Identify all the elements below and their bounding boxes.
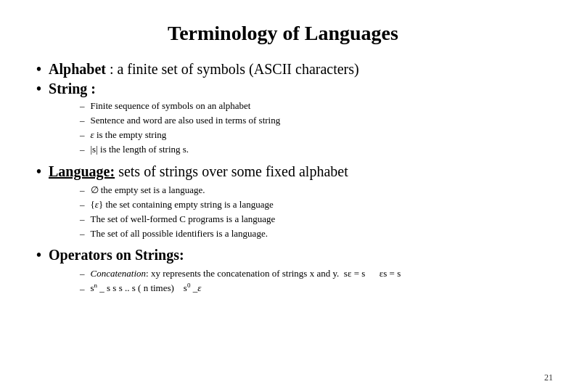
alphabet-text: Alphabet : a finite set of symbols (ASCI… xyxy=(49,61,359,78)
string-sub-1: Finite sequence of symbols on an alphabe… xyxy=(80,99,530,113)
page-number: 21 xyxy=(544,372,553,383)
lang-sub-1: ∅ the empty set is a language. xyxy=(80,183,530,197)
language-bullet: • Language: sets of strings over some fi… xyxy=(36,163,530,180)
slide-title: Terminology of Languages xyxy=(36,22,530,45)
string-sub-2: Sentence and word are also used in terms… xyxy=(80,113,530,128)
bullet-dot-4: • xyxy=(36,247,41,264)
alphabet-bullet: • Alphabet : a finite set of symbols (AS… xyxy=(36,61,530,78)
bullet-dot-1: • xyxy=(36,61,41,78)
string-sublist: Finite sequence of symbols on an alphabe… xyxy=(80,99,530,158)
lang-sub-4: The set of all possible identifiers is a… xyxy=(80,226,530,241)
bullet-dot-3: • xyxy=(36,163,41,180)
operators-sublist: Concatenation: xy represents the concate… xyxy=(80,266,530,296)
language-text: Language: sets of strings over some fixe… xyxy=(49,163,348,180)
lang-sub-2: {ε} the set containing empty string is a… xyxy=(80,197,530,212)
string-text: String : xyxy=(49,81,96,97)
language-sublist: ∅ the empty set is a language. {ε} the s… xyxy=(80,183,530,242)
operators-text: Operators on Strings: xyxy=(49,247,184,264)
operators-bullet: • Operators on Strings: xyxy=(36,247,530,264)
op-sub-1: Concatenation: xy represents the concate… xyxy=(80,266,530,281)
slide: Terminology of Languages • Alphabet : a … xyxy=(0,0,566,392)
op-sub-2: sn _ s s s .. s ( n times) s0 _ε xyxy=(80,281,530,295)
string-sub-4: |s| is the length of string s. xyxy=(80,142,530,157)
lang-sub-3: The set of well-formed C programs is a l… xyxy=(80,212,530,226)
bullet-dot-2: • xyxy=(36,81,41,97)
string-sub-3: ε is the empty string xyxy=(80,128,530,142)
string-bullet: • String : xyxy=(36,81,530,97)
